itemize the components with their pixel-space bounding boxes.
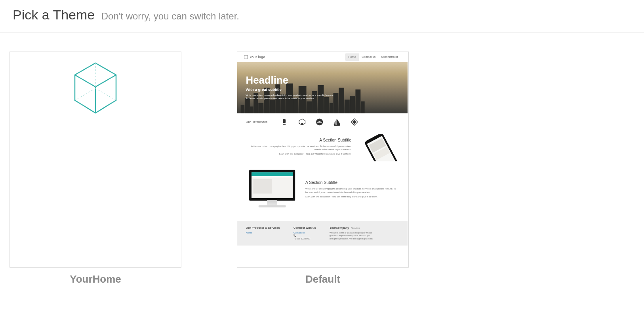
preview-footer-col1-title: Our Products & Services xyxy=(246,226,280,230)
svg-line-3 xyxy=(95,88,116,100)
preview-section2-p1: Write one or two paragraphs describing y… xyxy=(305,187,399,194)
preview-footer-col2-phone: 📞 +1 555 123 8069 xyxy=(293,234,316,241)
ref-brand-icon xyxy=(281,119,288,126)
preview-section1-title: A Section Subtitle xyxy=(246,137,352,143)
svg-marker-8 xyxy=(300,123,304,125)
page-subtitle: Don't worry, you can switch later. xyxy=(101,11,239,21)
preview-section-2: A Section Subtitle Write one or two para… xyxy=(237,168,408,218)
preview-footer-col2-title: Connect with us xyxy=(293,226,316,230)
preview-nav-home: Home xyxy=(345,54,359,61)
theme-gallery: YourHome Your logo Home Contact us Admin… xyxy=(0,33,644,293)
preview-footer-col2-link: Contact us xyxy=(293,231,316,234)
theme-option-default[interactable]: Your logo Home Contact us Administrator xyxy=(237,52,409,285)
preview-references: Our References xyxy=(237,113,408,132)
preview-footer-col1-link: Home xyxy=(246,231,280,234)
cube-logo-icon xyxy=(72,61,119,116)
ref-circle-icon xyxy=(316,119,323,126)
preview-nav-admin: Administrator xyxy=(378,54,401,61)
monitor-mockup-icon xyxy=(246,170,299,209)
preview-topbar: Your logo Home Contact us Administrator xyxy=(237,52,408,62)
svg-line-2 xyxy=(75,88,95,100)
preview-logo: Your logo xyxy=(244,55,265,59)
preview-section1-p1: Write one or two paragraphs describing y… xyxy=(246,145,352,151)
preview-section1-p2: Start with the customer – find out what … xyxy=(246,152,352,155)
theme-name-yourhome: YourHome xyxy=(70,273,121,285)
ref-drop-icon xyxy=(333,119,340,126)
theme-preview-default: Your logo Home Contact us Administrator xyxy=(237,52,409,268)
svg-rect-6 xyxy=(283,124,286,125)
preview-hero-headline: Headline xyxy=(246,74,335,86)
logo-square-icon xyxy=(244,55,248,59)
preview-logo-text: Your logo xyxy=(250,55,265,59)
theme-preview-yourhome xyxy=(10,52,181,268)
preview-hero: Headline With a great subtitle Write one… xyxy=(237,62,408,113)
svg-marker-11 xyxy=(352,120,356,124)
theme-option-yourhome[interactable]: YourHome xyxy=(10,52,181,285)
preview-hero-body: Write one or two paragraphs describing y… xyxy=(246,94,335,100)
ref-diamond-icon xyxy=(351,119,358,126)
preview-nav: Home Contact us Administrator xyxy=(345,54,401,61)
preview-footer-col3-body: We are a team of passionate people whose… xyxy=(330,231,374,240)
preview-footer: Our Products & Services Home Connect wit… xyxy=(237,221,408,246)
page-title: Pick a Theme xyxy=(13,7,95,22)
preview-references-label: Our References xyxy=(246,120,268,124)
preview-footer-col3-title: YourCompany About us xyxy=(330,226,374,230)
preview-nav-contact: Contact us xyxy=(359,54,378,61)
preview-section2-p2: Start with the customer – find out what … xyxy=(305,195,399,198)
svg-rect-5 xyxy=(283,119,286,123)
preview-hero-subtitle: With a great subtitle xyxy=(246,88,335,92)
preview-section-1: A Section Subtitle Write one or two para… xyxy=(237,132,408,168)
page-header: Pick a Theme Don't worry, you can switch… xyxy=(0,0,644,33)
theme-name-default: Default xyxy=(305,273,340,285)
ref-hex-icon xyxy=(298,119,305,126)
phone-mockup-icon xyxy=(358,134,399,160)
preview-section2-title: A Section Subtitle xyxy=(305,180,399,185)
